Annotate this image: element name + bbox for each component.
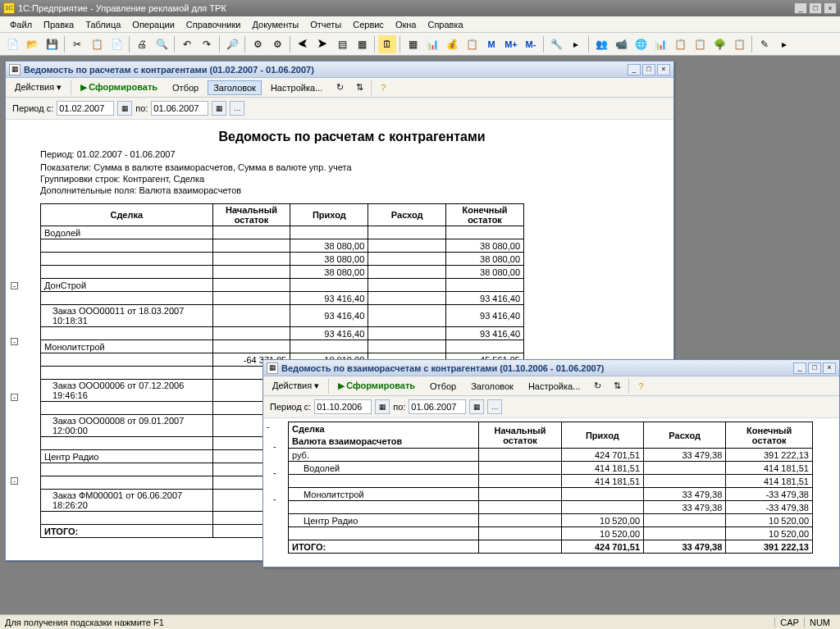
grid-icon[interactable]: ▦ — [404, 35, 422, 53]
collapse-icon[interactable]: - — [11, 394, 18, 401]
filter-button[interactable]: Отбор — [424, 379, 462, 394]
menu-operations[interactable]: Операции — [127, 18, 179, 31]
chart-icon[interactable]: 📊 — [651, 35, 669, 53]
actions-button[interactable]: Действия ▾ — [9, 80, 67, 95]
period-from-input[interactable] — [57, 101, 114, 116]
table-row[interactable]: 93 416,4093 416,40 — [41, 327, 524, 340]
period-from-input[interactable] — [314, 399, 372, 414]
collapse-icon[interactable]: - — [273, 441, 276, 451]
mplus-button[interactable]: M+ — [502, 35, 520, 53]
table-row[interactable]: Водолей — [41, 226, 524, 239]
filter-button[interactable]: Отбор — [167, 80, 204, 95]
nav2-icon[interactable]: ⮞ — [313, 35, 331, 53]
menu-catalogs[interactable]: Справочники — [181, 18, 246, 31]
collapse-icon[interactable]: - — [273, 467, 276, 477]
win1-close[interactable]: × — [657, 64, 670, 75]
calc-icon[interactable]: 🗓 — [378, 35, 396, 53]
print-icon[interactable]: 🖨 — [133, 35, 151, 53]
report-icon[interactable]: 📊 — [423, 35, 441, 53]
menu-help[interactable]: Справка — [422, 18, 468, 31]
copy-icon[interactable]: 📋 — [88, 35, 106, 53]
table-row[interactable]: Центр Радио10 520,0010 520,00 — [289, 514, 813, 527]
header-button[interactable]: Заголовок — [465, 379, 519, 394]
menu-windows[interactable]: Окна — [390, 18, 422, 31]
preview-icon[interactable]: 🔍 — [153, 35, 171, 53]
list3-icon[interactable]: 📋 — [730, 35, 748, 53]
form-button[interactable]: ▶Сформировать — [75, 80, 163, 95]
close-button[interactable]: × — [824, 2, 837, 14]
paste-icon[interactable]: 📄 — [107, 35, 126, 53]
undo-icon[interactable]: ↶ — [178, 35, 196, 53]
tool-icon[interactable]: ⚙ — [249, 35, 267, 53]
calendar-from-icon[interactable]: ▦ — [117, 101, 132, 116]
nav1-icon[interactable]: ⮜ — [294, 35, 312, 53]
pencil-icon[interactable]: ✎ — [756, 35, 774, 53]
table-row[interactable]: 93 416,4093 416,40 — [41, 292, 524, 305]
period-to-input[interactable] — [409, 399, 466, 414]
calendar-to-icon[interactable]: ▦ — [469, 399, 484, 414]
doc-icon[interactable]: 📋 — [463, 35, 481, 53]
table-row[interactable]: 33 479,38-33 479,38 — [289, 501, 813, 514]
table-row[interactable]: ДонСтрой — [41, 279, 524, 292]
outline-gutter[interactable]: - - - - — [267, 422, 276, 504]
menu-reports[interactable]: Отчеты — [305, 18, 346, 31]
collapse-icon[interactable]: - — [11, 338, 18, 345]
table-row[interactable]: руб.424 701,5133 479,38391 222,13 — [289, 449, 813, 462]
list2-icon[interactable]: 📋 — [691, 35, 709, 53]
people-icon[interactable]: 👥 — [592, 35, 610, 53]
table-row[interactable]: 10 520,0010 520,00 — [289, 527, 813, 540]
win2-close[interactable]: × — [823, 362, 836, 374]
table-row[interactable]: Монолитстрой — [41, 340, 524, 353]
actions-button[interactable]: Действия ▾ — [267, 378, 325, 394]
win1-minimize[interactable]: _ — [628, 64, 641, 75]
table-row[interactable]: 38 080,0038 080,00 — [41, 266, 524, 279]
mminus-button[interactable]: M- — [522, 35, 540, 53]
menu-service[interactable]: Сервис — [348, 18, 389, 31]
header-button[interactable]: Заголовок — [208, 80, 262, 95]
config-icon[interactable]: 🔧 — [547, 35, 565, 53]
setup-button[interactable]: Настройка... — [523, 379, 586, 394]
money-icon[interactable]: 💰 — [443, 35, 461, 53]
menu-file[interactable]: Файл — [5, 18, 37, 31]
collapse-icon[interactable]: - — [273, 494, 276, 504]
table-row[interactable]: Водолей414 181,51414 181,51 — [289, 462, 813, 475]
help-icon[interactable]: ? — [632, 378, 649, 394]
tree-toggle-icon[interactable]: ⇅ — [351, 80, 368, 96]
refresh-icon[interactable]: ↻ — [589, 378, 605, 394]
setup-button[interactable]: Настройка... — [265, 80, 328, 95]
table-row[interactable]: Заказ ООО00011 от 18.03.2007 10:18:3193 … — [41, 305, 524, 327]
collapse-icon[interactable]: - — [11, 282, 18, 289]
tree-icon[interactable]: 🌳 — [710, 35, 728, 53]
table-row[interactable]: 38 080,0038 080,00 — [41, 239, 524, 253]
tree-toggle-icon[interactable]: ⇅ — [609, 378, 625, 394]
redo-icon[interactable]: ↷ — [198, 35, 216, 53]
help-icon[interactable]: ? — [375, 80, 391, 96]
save-icon[interactable]: 💾 — [43, 35, 61, 53]
collapse-icon[interactable]: - — [267, 422, 276, 431]
camera-icon[interactable]: 📹 — [612, 35, 630, 53]
menu-edit[interactable]: Правка — [39, 18, 79, 31]
table-row[interactable]: ИТОГО:424 701,5133 479,38391 222,13 — [289, 540, 813, 554]
table-row[interactable]: 414 181,51414 181,51 — [289, 475, 813, 488]
table-row[interactable]: 38 080,0038 080,00 — [41, 253, 524, 266]
m-button[interactable]: M — [482, 35, 500, 53]
maximize-button[interactable]: □ — [809, 2, 822, 14]
period-ellipsis[interactable]: … — [230, 101, 244, 116]
win1-maximize[interactable]: □ — [642, 64, 655, 75]
arrow-icon[interactable]: ▸ — [567, 35, 585, 53]
collapse-icon[interactable]: - — [11, 477, 18, 485]
nav3-icon[interactable]: ▤ — [333, 35, 351, 53]
menu-documents[interactable]: Документы — [247, 18, 304, 31]
period-ellipsis[interactable]: … — [487, 399, 502, 414]
globe-icon[interactable]: 🌐 — [632, 35, 650, 53]
period-to-input[interactable] — [151, 101, 208, 116]
refresh-icon[interactable]: ↻ — [331, 80, 348, 96]
form-button[interactable]: ▶Сформировать — [332, 378, 421, 394]
tool2-icon[interactable]: ⚙ — [268, 35, 286, 53]
minimize-button[interactable]: _ — [794, 2, 807, 14]
more-icon[interactable]: ▸ — [775, 35, 793, 53]
list-icon[interactable]: 📋 — [671, 35, 689, 53]
table-row[interactable]: Монолитстрой33 479,38-33 479,38 — [289, 488, 813, 501]
new-icon[interactable]: 📄 — [3, 35, 21, 53]
open-icon[interactable]: 📂 — [23, 35, 41, 53]
